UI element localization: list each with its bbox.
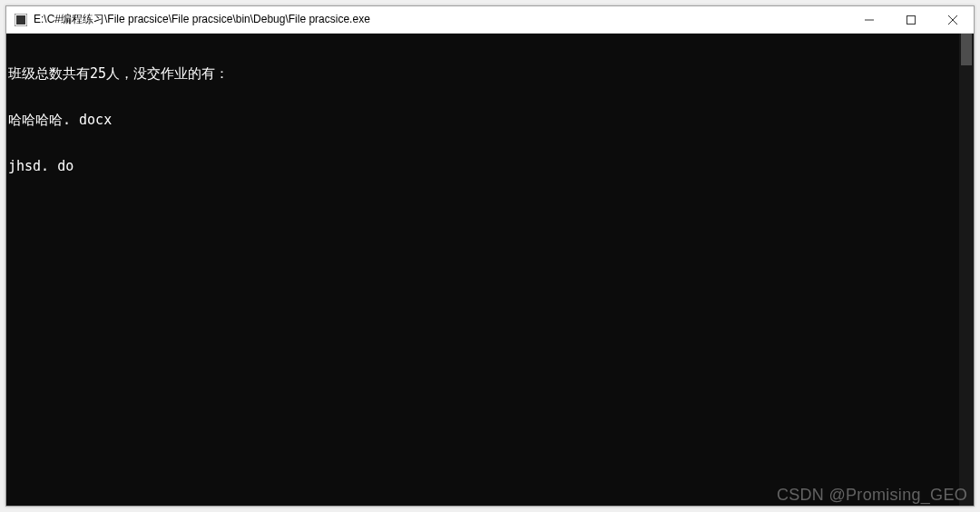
app-icon [14,13,28,27]
console-area: 班级总数共有25人，没交作业的有： 哈哈哈哈. docx jhsd. do [6,34,974,506]
minimize-button[interactable] [848,6,890,33]
app-window: E:\C#编程练习\File pracsice\File pracsice\bi… [5,5,975,507]
maximize-button[interactable] [890,6,932,33]
titlebar[interactable]: E:\C#编程练习\File pracsice\File pracsice\bi… [6,6,974,34]
console-line: jhsd. do [8,159,959,174]
window-title: E:\C#编程练习\File pracsice\File pracsice\bi… [34,12,848,27]
console-line: 班级总数共有25人，没交作业的有： [8,66,959,82]
vertical-scrollbar[interactable] [959,34,974,506]
svg-rect-3 [907,15,916,24]
scrollbar-thumb[interactable] [961,34,972,65]
window-controls [848,6,974,33]
console-line: 哈哈哈哈. docx [8,113,959,128]
console-output[interactable]: 班级总数共有25人，没交作业的有： 哈哈哈哈. docx jhsd. do [6,34,959,506]
svg-rect-1 [16,15,25,25]
close-button[interactable] [932,6,974,33]
